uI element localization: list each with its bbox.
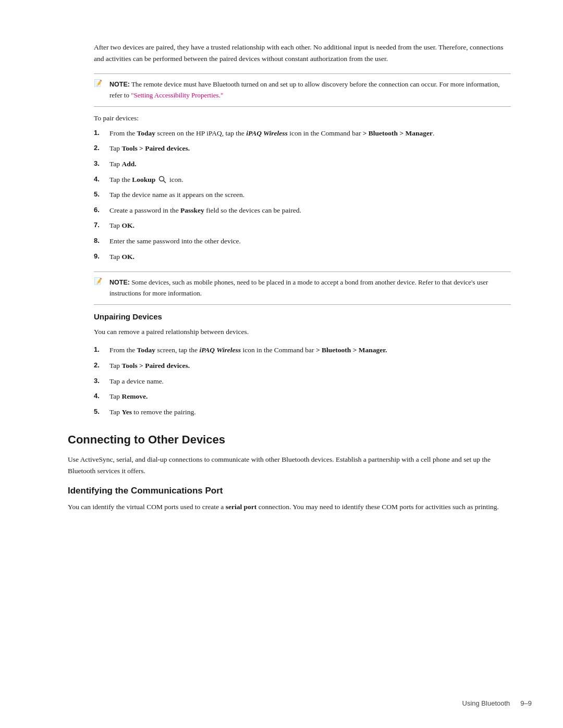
- pairing-step-7: 7. Tap OK.: [94, 220, 511, 231]
- intro-section: After two devices are paired, they have …: [94, 42, 511, 64]
- to-pair-label-container: To pair devices:: [94, 114, 511, 122]
- lookup-icon: [158, 176, 167, 184]
- page: After two devices are paired, they have …: [0, 0, 563, 728]
- pairing-step-6: 6. Create a password in the Passkey fiel…: [94, 205, 511, 216]
- pairing-step-4: 4. Tap the Lookup icon.: [94, 174, 511, 186]
- note-box-2: 📝 NOTE: Some devices, such as mobile pho…: [94, 272, 511, 305]
- u-step-content-2: Tap Tools > Paired devices.: [109, 360, 511, 372]
- unpairing-section: Unpairing Devices You can remove a paire…: [94, 312, 511, 338]
- unpairing-step-3: 3. Tap a device name.: [94, 376, 511, 387]
- step-num-6: 6.: [94, 205, 109, 216]
- note-label-1: NOTE:: [109, 81, 130, 88]
- note-icon-1: 📝: [94, 79, 105, 87]
- step-content-2: Tap Tools > Paired devices.: [109, 143, 511, 154]
- note-box-1: 📝 NOTE: The remote device must have Blue…: [94, 73, 511, 107]
- step-num-2: 2.: [94, 143, 109, 154]
- note-body-2: Some devices, such as mobile phones, nee…: [109, 278, 488, 297]
- footer-section-label: Using Bluetooth: [462, 699, 510, 707]
- note-link-1[interactable]: "Setting Accessibility Properties.": [131, 91, 223, 99]
- u-step-content-3: Tap a device name.: [109, 376, 511, 387]
- pairing-step-1: 1. From the Today screen on the HP iPAQ,…: [94, 128, 511, 139]
- step-num-1: 1.: [94, 128, 109, 139]
- svg-line-1: [163, 181, 166, 183]
- step-num-8: 8.: [94, 236, 109, 246]
- note-label-2: NOTE:: [109, 279, 130, 286]
- u-step-num-2: 2.: [94, 360, 109, 371]
- step-num-7: 7.: [94, 220, 109, 231]
- pairing-step-3: 3. Tap Add.: [94, 158, 511, 170]
- identifying-section: Identifying the Communications Port You …: [68, 486, 511, 513]
- note-icon-2: 📝: [94, 277, 105, 285]
- u-step-content-4: Tap Remove.: [109, 391, 511, 402]
- identifying-heading: Identifying the Communications Port: [68, 486, 511, 496]
- unpairing-steps-list: 1. From the Today screen, tap the iPAQ W…: [94, 344, 511, 417]
- step-content-4: Tap the Lookup icon.: [109, 174, 511, 186]
- unpairing-ordered-list: 1. From the Today screen, tap the iPAQ W…: [94, 344, 511, 417]
- pairing-step-9: 9. Tap OK.: [94, 251, 511, 263]
- unpairing-step-4: 4. Tap Remove.: [94, 391, 511, 402]
- step-num-9: 9.: [94, 251, 109, 262]
- note-text-1: NOTE: The remote device must have Blueto…: [109, 79, 511, 101]
- unpairing-step-1: 1. From the Today screen, tap the iPAQ W…: [94, 344, 511, 356]
- connecting-heading: Connecting to Other Devices: [68, 433, 511, 447]
- step-content-7: Tap OK.: [109, 220, 511, 231]
- u-step-content-5: Tap Yes to remove the pairing.: [109, 406, 511, 418]
- step-num-3: 3.: [94, 158, 109, 169]
- unpairing-intro: You can remove a paired relationship bet…: [94, 326, 511, 338]
- connecting-section: Connecting to Other Devices Use ActiveSy…: [68, 433, 511, 476]
- to-pair-label: To pair devices:: [94, 114, 511, 122]
- u-step-num-5: 5.: [94, 406, 109, 417]
- pairing-step-5: 5. Tap the device name as it appears on …: [94, 189, 511, 201]
- step-content-6: Create a password in the Passkey field s…: [109, 205, 511, 216]
- pairing-steps-list: 1. From the Today screen on the HP iPAQ,…: [94, 128, 511, 262]
- unpairing-step-5: 5. Tap Yes to remove the pairing.: [94, 406, 511, 418]
- step-num-5: 5.: [94, 189, 109, 200]
- identifying-intro: You can identify the virtual COM ports u…: [68, 501, 511, 513]
- u-step-num-1: 1.: [94, 344, 109, 355]
- connecting-intro: Use ActiveSync, serial, and dial-up conn…: [68, 454, 511, 476]
- u-step-num-3: 3.: [94, 376, 109, 387]
- unpairing-heading: Unpairing Devices: [94, 312, 511, 321]
- step-content-5: Tap the device name as it appears on the…: [109, 189, 511, 201]
- svg-point-0: [159, 177, 164, 181]
- intro-paragraph: After two devices are paired, they have …: [94, 42, 511, 64]
- step-num-4: 4.: [94, 174, 109, 185]
- u-step-num-4: 4.: [94, 391, 109, 402]
- step-content-8: Enter the same password into the other d…: [109, 236, 511, 247]
- pairing-step-8: 8. Enter the same password into the othe…: [94, 236, 511, 247]
- step-content-3: Tap Add.: [109, 158, 511, 170]
- unpairing-step-2: 2. Tap Tools > Paired devices.: [94, 360, 511, 372]
- step-content-9: Tap OK.: [109, 251, 511, 263]
- pairing-ordered-list: 1. From the Today screen on the HP iPAQ,…: [94, 128, 511, 262]
- note-text-2: NOTE: Some devices, such as mobile phone…: [109, 277, 511, 299]
- footer-page-number: 9–9: [520, 699, 532, 707]
- page-footer: Using Bluetooth 9–9: [0, 699, 563, 707]
- step-content-1: From the Today screen on the HP iPAQ, ta…: [109, 128, 511, 139]
- pairing-step-2: 2. Tap Tools > Paired devices.: [94, 143, 511, 154]
- u-step-content-1: From the Today screen, tap the iPAQ Wire…: [109, 344, 511, 356]
